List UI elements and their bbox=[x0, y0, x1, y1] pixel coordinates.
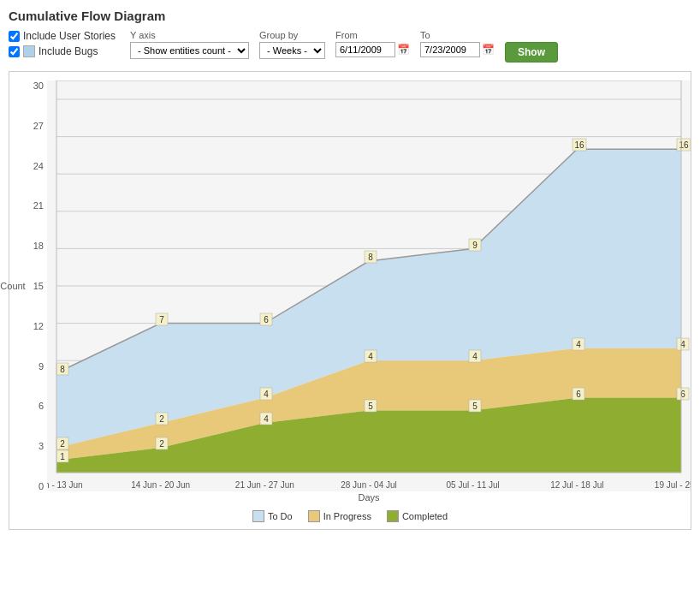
controls-bar: Include User Stories Include Bugs Y axis… bbox=[9, 30, 691, 62]
todo-label-5: 16 bbox=[574, 140, 584, 150]
x-label-2: 21 Jun - 27 Jun bbox=[235, 480, 294, 490]
to-group: To 📅 bbox=[420, 30, 495, 57]
x-label-1: 14 Jun - 20 Jun bbox=[131, 480, 190, 490]
c-label-2: 4 bbox=[264, 414, 269, 424]
y-tick-21: 21 bbox=[33, 200, 44, 211]
from-calendar-icon[interactable]: 📅 bbox=[397, 44, 410, 56]
legend-todo-label: To Do bbox=[268, 511, 293, 521]
from-date-input: 📅 bbox=[335, 42, 410, 57]
include-bugs-row: Include Bugs bbox=[9, 45, 120, 57]
from-group: From 📅 bbox=[335, 30, 410, 57]
page: Cumulative Flow Diagram Include User Sto… bbox=[0, 0, 700, 538]
ip-label-3: 4 bbox=[368, 352, 373, 361]
legend-completed-box bbox=[387, 510, 399, 522]
chart-container: Count 30 27 24 21 18 15 12 9 6 3 0 bbox=[9, 71, 691, 530]
page-title: Cumulative Flow Diagram bbox=[9, 9, 691, 23]
y-tick-18: 18 bbox=[33, 241, 44, 251]
y-tick-0: 0 bbox=[39, 481, 44, 491]
ip-label-0: 2 bbox=[60, 439, 65, 449]
to-label: To bbox=[420, 30, 495, 40]
from-label: From bbox=[335, 30, 410, 40]
c-label-4: 5 bbox=[472, 402, 478, 411]
c-label-5: 6 bbox=[576, 390, 581, 399]
y-axis-select[interactable]: - Show entities count - bbox=[130, 42, 249, 59]
group-by-label: Group by bbox=[259, 30, 325, 40]
include-bugs-label: Include Bugs bbox=[39, 45, 98, 57]
y-tick-24: 24 bbox=[33, 161, 44, 171]
ip-label-4: 4 bbox=[472, 352, 478, 361]
y-tick-15: 15 bbox=[33, 281, 44, 291]
todo-label-6: 16 bbox=[679, 140, 689, 150]
legend-todo: To Do bbox=[252, 510, 293, 522]
to-date-input: 📅 bbox=[420, 42, 495, 57]
x-label-0: - Jun - 13 Jun bbox=[47, 480, 83, 490]
legend-completed: Completed bbox=[387, 510, 448, 522]
c-label-1: 2 bbox=[159, 439, 164, 449]
include-user-stories-checkbox[interactable] bbox=[9, 31, 20, 42]
x-axis-label: Days bbox=[358, 492, 379, 503]
x-label-6: 19 Jul - 25 Jul bbox=[655, 480, 691, 490]
y-axis-label: Y axis bbox=[130, 30, 249, 40]
to-calendar-icon[interactable]: 📅 bbox=[482, 44, 495, 56]
legend-todo-box bbox=[252, 510, 264, 522]
legend-completed-label: Completed bbox=[402, 511, 448, 521]
legend: To Do In Progress Completed bbox=[9, 503, 691, 529]
chart-wrapper: Count 30 27 24 21 18 15 12 9 6 3 0 bbox=[9, 80, 691, 503]
x-label-5: 12 Jul - 18 Jul bbox=[550, 480, 603, 490]
y-axis-container: Count 30 27 24 21 18 15 12 9 6 3 0 bbox=[9, 80, 47, 491]
from-date-field[interactable] bbox=[335, 42, 395, 57]
todo-label-1: 7 bbox=[159, 315, 164, 324]
group-by-select[interactable]: - Weeks - bbox=[259, 42, 325, 59]
x-label-4: 05 Jul - 11 Jul bbox=[447, 480, 500, 490]
x-axis-label-container: Days bbox=[47, 491, 691, 503]
bugs-color-swatch bbox=[23, 45, 35, 57]
checkboxes-group: Include User Stories Include Bugs bbox=[9, 30, 120, 57]
y-tick-12: 12 bbox=[33, 321, 44, 331]
ip-label-2: 4 bbox=[264, 390, 269, 399]
y-axis-group: Y axis - Show entities count - bbox=[130, 30, 249, 59]
y-tick-9: 9 bbox=[39, 361, 44, 372]
ip-label-1: 2 bbox=[159, 414, 164, 424]
c-label-0: 1 bbox=[60, 452, 65, 461]
x-label-3: 28 Jun - 04 Jul bbox=[341, 480, 397, 490]
y-tick-3: 3 bbox=[39, 441, 44, 451]
y-axis-count-label: Count bbox=[0, 281, 25, 291]
y-tick-6: 6 bbox=[39, 401, 44, 411]
group-by-group: Group by - Weeks - bbox=[259, 30, 325, 59]
y-tick-27: 27 bbox=[33, 121, 44, 131]
include-bugs-checkbox[interactable] bbox=[9, 46, 20, 57]
user-stories-row: Include User Stories bbox=[9, 30, 120, 42]
y-tick-30: 30 bbox=[33, 80, 44, 91]
c-label-3: 5 bbox=[368, 402, 373, 411]
user-stories-label: Include User Stories bbox=[23, 30, 116, 42]
legend-inprogress-label: In Progress bbox=[323, 511, 371, 521]
todo-label-2: 6 bbox=[264, 315, 269, 324]
todo-label-4: 9 bbox=[472, 241, 478, 250]
legend-inprogress-box bbox=[308, 510, 320, 522]
to-date-field[interactable] bbox=[420, 42, 480, 57]
legend-inprogress: In Progress bbox=[308, 510, 371, 522]
svg-chart-container: 8 7 6 8 9 16 16 bbox=[47, 80, 691, 491]
show-button[interactable]: Show bbox=[505, 42, 558, 62]
ip-label-5: 4 bbox=[576, 340, 581, 349]
todo-label-0: 8 bbox=[60, 365, 65, 374]
todo-label-3: 8 bbox=[368, 253, 373, 262]
main-svg: 8 7 6 8 9 16 16 bbox=[47, 80, 691, 491]
chart-area: Count 30 27 24 21 18 15 12 9 6 3 0 bbox=[9, 80, 691, 491]
